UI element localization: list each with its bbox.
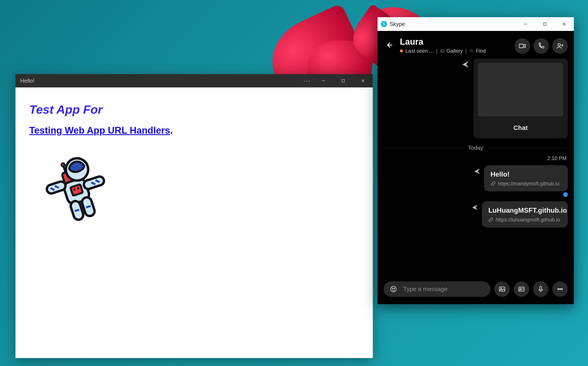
close-button[interactable]: [353, 74, 373, 87]
svg-point-39: [501, 288, 502, 289]
skype-logo-icon: S: [381, 21, 387, 27]
svg-line-30: [472, 52, 474, 53]
svg-point-6: [61, 163, 65, 167]
message-title: LuHuangMSFT.github.io: [488, 206, 561, 214]
svg-point-48: [561, 289, 562, 290]
svg-rect-1: [342, 79, 345, 82]
find-label: Find: [476, 48, 486, 54]
minimize-button[interactable]: [314, 74, 333, 87]
svg-point-35: [391, 286, 396, 292]
sent-indicator-icon: [462, 61, 469, 69]
page-heading: Test App For: [29, 102, 373, 116]
sent-indicator-icon: [472, 201, 478, 212]
more-options-button[interactable]: [552, 281, 568, 297]
sent-indicator-icon: [474, 165, 480, 175]
svg-rect-31: [519, 44, 524, 48]
sent-message[interactable]: LuHuangMSFT.github.io https://luhuangmsf…: [472, 201, 568, 228]
svg-point-41: [520, 288, 521, 290]
presence-dot-icon: [400, 49, 403, 53]
astronaut-icon: [36, 148, 115, 227]
svg-point-32: [558, 44, 560, 46]
chat-preview-card[interactable]: Chat: [473, 59, 568, 138]
link-icon: [490, 181, 496, 186]
close-button[interactable]: [555, 17, 574, 31]
hello-app-window: Hello! ··· Test App For Testing Web App …: [15, 74, 373, 358]
message-input[interactable]: [401, 281, 490, 297]
svg-point-37: [394, 288, 395, 289]
attach-media-button[interactable]: [494, 281, 510, 297]
more-icon[interactable]: ···: [301, 74, 314, 87]
chat-preview-label: Chat: [473, 119, 568, 136]
subhead-trailing: .: [170, 125, 173, 136]
date-divider: Today: [384, 145, 568, 151]
svg-line-20: [75, 210, 79, 211]
svg-point-36: [392, 288, 393, 289]
skype-window: S Skype Laura Last seen ... | Gallery |: [377, 17, 574, 304]
back-button[interactable]: [384, 39, 395, 51]
voice-message-button[interactable]: [533, 281, 549, 297]
find-link[interactable]: Find: [469, 48, 486, 54]
page-subheading: Testing Web App URL Handlers.: [29, 125, 373, 136]
skype-message-list[interactable]: Chat Today 2:10 PM Hello! https://mandym…: [377, 59, 574, 278]
url-handlers-link[interactable]: Testing Web App URL Handlers: [29, 125, 170, 136]
read-receipt-icon: [563, 192, 568, 197]
hello-app-body: Test App For Testing Web App URL Handler…: [15, 87, 373, 358]
maximize-button[interactable]: [535, 17, 555, 31]
video-call-button[interactable]: [514, 38, 530, 54]
audio-call-button[interactable]: [534, 38, 549, 54]
svg-rect-8: [70, 184, 83, 196]
skype-conversation-header: Laura Last seen ... | Gallery | Find: [377, 31, 574, 59]
svg-point-47: [559, 289, 560, 290]
svg-point-46: [558, 289, 559, 290]
svg-rect-23: [543, 23, 546, 25]
emoji-button[interactable]: [386, 281, 401, 297]
svg-point-28: [441, 50, 442, 51]
gallery-link[interactable]: Gallery: [440, 48, 463, 54]
add-people-button[interactable]: [552, 38, 568, 54]
svg-rect-44: [540, 286, 542, 290]
svg-line-21: [86, 206, 91, 207]
last-seen-text: Last seen ...: [406, 48, 434, 54]
link-icon: [488, 217, 493, 222]
message-url[interactable]: https://luhuangmsft.github.io: [496, 217, 560, 223]
skype-compose-bar: [377, 278, 574, 304]
sent-message[interactable]: Hello! https://mandymsft.github.io: [474, 165, 568, 191]
message-url[interactable]: https://mandymsft.github.io: [498, 181, 559, 187]
svg-rect-27: [441, 50, 444, 53]
minimize-button[interactable]: [516, 17, 535, 31]
contact-card-button[interactable]: [514, 281, 529, 297]
date-divider-label: Today: [468, 145, 483, 151]
svg-point-29: [470, 49, 473, 52]
skype-app-name: Skype: [390, 21, 405, 28]
maximize-button[interactable]: [333, 74, 353, 87]
contact-name[interactable]: Laura: [400, 37, 509, 47]
message-title: Hello!: [490, 170, 561, 178]
message-timestamp: 2:10 PM: [547, 155, 566, 161]
skype-titlebar[interactable]: S Skype: [377, 17, 574, 31]
hello-app-title: Hello!: [20, 77, 34, 84]
chat-preview-thumbnail: [478, 63, 563, 117]
hello-app-titlebar[interactable]: Hello! ···: [15, 74, 373, 87]
gallery-label: Gallery: [446, 48, 463, 54]
